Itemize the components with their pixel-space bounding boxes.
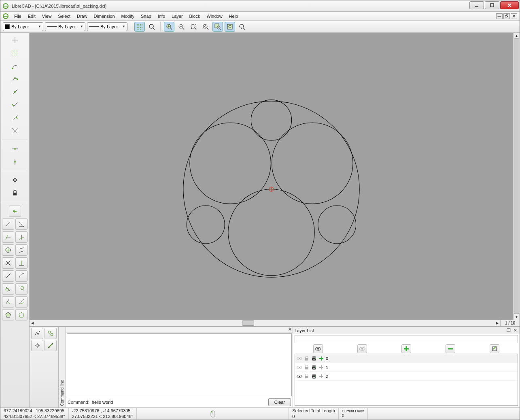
menu-info[interactable]: Info (155, 13, 168, 19)
tool-horizontal-button[interactable] (2, 231, 14, 243)
zoom-out-button[interactable] (176, 22, 187, 32)
layer-add-button[interactable] (401, 344, 411, 353)
zoom-window-button[interactable] (212, 22, 223, 32)
snap-center-button[interactable] (9, 86, 21, 98)
menu-snap[interactable]: Snap (138, 13, 155, 19)
zoom-pan-button[interactable] (225, 22, 235, 32)
print-icon[interactable] (311, 365, 317, 370)
layer-edit-button[interactable] (490, 344, 499, 353)
tool-polygon-cor-button[interactable] (15, 309, 28, 320)
menu-window[interactable]: Window (203, 13, 225, 19)
print-icon[interactable] (311, 356, 317, 361)
tool-perpendicular-button[interactable] (15, 257, 28, 269)
layer-close-button[interactable]: ✕ (512, 328, 518, 333)
tool-polyline-button[interactable] (45, 328, 57, 339)
horizontal-scrollbar[interactable]: ◀ ▶ 1 / 10 (30, 320, 520, 326)
minimize-button[interactable] (469, 1, 484, 9)
layer-remove-button[interactable] (446, 344, 455, 353)
maximize-button[interactable] (485, 1, 499, 9)
lock-icon[interactable] (304, 356, 310, 361)
snap-intersection-button[interactable] (9, 125, 21, 136)
command-close-button[interactable]: ✕ (66, 327, 293, 333)
menu-dimension[interactable]: Dimension (91, 13, 118, 19)
command-log[interactable] (67, 333, 292, 396)
tool-vertical-button[interactable] (15, 231, 28, 243)
layer-list[interactable]: 0 1 (295, 354, 518, 406)
construction-icon[interactable] (318, 365, 324, 370)
tool-polygon-cen-button[interactable] (2, 309, 14, 320)
snap-endpoint-button[interactable] (9, 60, 21, 72)
drawing-canvas[interactable] (30, 33, 513, 320)
zoom-redraw-button[interactable] (146, 22, 157, 32)
tool-relative-angle-button[interactable] (15, 296, 28, 308)
layer-row[interactable]: 2 (295, 372, 518, 381)
menu-view[interactable]: View (39, 13, 55, 19)
layer-hide-all-button[interactable] (357, 344, 367, 353)
lock-relative-zero-button[interactable] (9, 187, 21, 199)
menu-draw[interactable]: Draw (74, 13, 91, 19)
command-input[interactable] (92, 400, 266, 405)
grid-toggle-button[interactable] (134, 22, 145, 32)
tool-tangent-button[interactable] (2, 270, 14, 282)
svg-line-41 (243, 28, 245, 30)
linewidth-combo[interactable]: By Layer▼ (45, 22, 85, 31)
restrict-horizontal-button[interactable] (9, 143, 21, 155)
snap-middle-button[interactable] (9, 99, 21, 110)
menu-layer[interactable]: Layer (168, 13, 186, 19)
set-relative-zero-button[interactable] (9, 174, 21, 186)
layer-show-all-button[interactable] (313, 344, 323, 353)
linetype-combo[interactable]: By Layer▼ (87, 22, 127, 31)
menu-edit[interactable]: Edit (25, 13, 39, 19)
layer-filter-input[interactable] (295, 335, 518, 343)
lock-icon[interactable] (304, 373, 310, 379)
tool-circle-tan2-button[interactable] (15, 283, 28, 295)
svg-line-63 (13, 128, 17, 133)
zoom-previous-button[interactable] (200, 22, 211, 32)
menu-modify[interactable]: Modify (118, 13, 138, 19)
construction-icon[interactable] (318, 373, 324, 379)
lock-icon[interactable] (304, 365, 310, 370)
menu-help[interactable]: Help (226, 13, 242, 19)
close-button[interactable] (500, 1, 519, 9)
eye-icon[interactable] (297, 373, 302, 379)
zoom-in-button[interactable] (164, 22, 174, 32)
mdi-close-button[interactable]: ✕ (511, 13, 517, 19)
menu-file[interactable]: File (11, 13, 25, 19)
eye-icon[interactable] (297, 365, 302, 370)
print-icon[interactable] (311, 373, 317, 379)
command-tab[interactable]: Command line (59, 327, 66, 407)
tool-angle-button[interactable] (15, 218, 28, 230)
tool-circle-tan-button[interactable] (2, 283, 14, 295)
tool-orthogonal-button[interactable] (2, 296, 14, 308)
svg-marker-93 (6, 312, 11, 317)
restrict-vertical-button[interactable] (9, 156, 21, 168)
layer-row[interactable]: 1 (295, 363, 518, 372)
zoom-auto-button[interactable] (188, 22, 199, 32)
snap-free-button[interactable] (9, 34, 21, 46)
tool-arc-button[interactable] (15, 270, 28, 282)
tool-parallel-button[interactable] (15, 244, 28, 256)
mdi-minimize-button[interactable]: — (496, 13, 503, 19)
tool-measure-button[interactable] (45, 340, 57, 351)
layer-row[interactable]: 0 (295, 354, 518, 363)
mdi-restore-button[interactable]: 🗗 (503, 13, 510, 19)
eye-icon[interactable] (297, 356, 302, 361)
tool-freehand-button[interactable] (31, 328, 43, 339)
construction-icon[interactable] (318, 356, 324, 361)
tool-rectangle-button[interactable] (2, 244, 14, 256)
menu-block[interactable]: Block (186, 13, 204, 19)
tool-explode-button[interactable] (31, 340, 43, 351)
menu-select[interactable]: Select (55, 13, 74, 19)
command-clear-button[interactable]: Clear (268, 398, 291, 406)
color-combo[interactable]: By Layer▼ (3, 22, 43, 31)
back-button[interactable] (9, 206, 21, 217)
tool-bisector-button[interactable] (2, 257, 14, 269)
svg-point-14 (137, 27, 138, 28)
snap-grid-button[interactable] (9, 47, 21, 59)
snap-distance-button[interactable] (9, 112, 21, 123)
zoom-extents-button[interactable] (237, 22, 247, 32)
tool-line-button[interactable] (2, 218, 14, 230)
layer-undock-button[interactable]: ❐ (506, 328, 512, 333)
snap-on-entity-button[interactable] (9, 73, 21, 85)
vertical-scrollbar[interactable]: ▲▼ (513, 33, 520, 320)
